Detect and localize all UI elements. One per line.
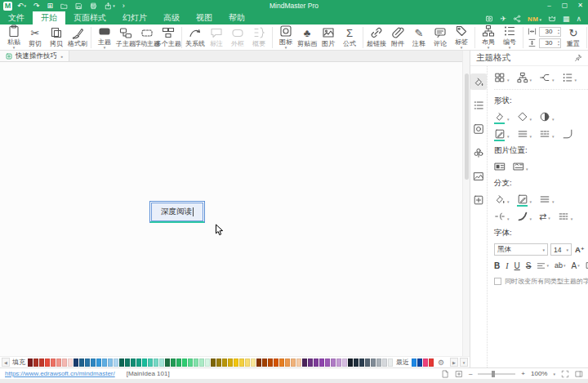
copy-button[interactable]: 拷贝 bbox=[46, 27, 67, 47]
branch-color-dropdown[interactable]: ▾ bbox=[517, 194, 532, 205]
layout-button[interactable]: 布局 ▾ bbox=[478, 25, 499, 49]
canvas-vertical-scrollbar[interactable] bbox=[462, 51, 470, 356]
color-swatch[interactable] bbox=[108, 359, 113, 367]
color-swatch[interactable] bbox=[119, 359, 124, 367]
branch-arrow-dropdown[interactable]: ⇄▾ bbox=[539, 212, 550, 221]
palette-expand-button[interactable]: ▾ bbox=[460, 358, 468, 367]
color-swatch[interactable] bbox=[228, 359, 233, 367]
palette-scroll-right-button[interactable]: ▶ bbox=[450, 358, 458, 367]
color-swatch[interactable] bbox=[308, 359, 313, 367]
color-swatch[interactable] bbox=[354, 359, 359, 367]
color-swatch[interactable] bbox=[176, 359, 181, 367]
zoom-slider-thumb[interactable] bbox=[492, 371, 495, 377]
picture-button[interactable]: 图片 bbox=[318, 27, 339, 47]
color-swatch[interactable] bbox=[262, 359, 267, 367]
color-swatch[interactable] bbox=[114, 359, 118, 367]
open-button[interactable] bbox=[60, 2, 68, 10]
zoom-out-button[interactable]: – bbox=[469, 370, 472, 377]
numbering-button[interactable]: 编号 ▾ bbox=[499, 25, 520, 49]
tab-page-style[interactable]: 页面样式 bbox=[65, 11, 114, 24]
upgrade-button[interactable] bbox=[548, 15, 556, 23]
outline-tab[interactable] bbox=[470, 97, 487, 114]
color-swatch[interactable] bbox=[274, 359, 278, 367]
page-icon[interactable] bbox=[441, 370, 449, 378]
color-swatch[interactable] bbox=[331, 359, 336, 367]
color-swatch[interactable] bbox=[423, 359, 428, 367]
color-swatch[interactable] bbox=[234, 359, 238, 367]
branch-style-dropdown[interactable]: ▾ bbox=[494, 211, 510, 222]
color-swatch[interactable] bbox=[371, 359, 376, 367]
color-swatch[interactable] bbox=[325, 359, 330, 367]
font-color-dropdown[interactable]: A▾ bbox=[572, 261, 580, 270]
save-button[interactable] bbox=[75, 2, 82, 10]
font-family-select[interactable]: 黑体▾ bbox=[494, 243, 548, 256]
color-swatch[interactable] bbox=[245, 359, 250, 367]
color-swatch[interactable] bbox=[102, 359, 107, 367]
color-swatch[interactable] bbox=[302, 359, 307, 367]
color-swatch[interactable] bbox=[359, 359, 364, 367]
zoom-caret-icon[interactable]: ▾ bbox=[553, 372, 555, 376]
corner-round-button[interactable] bbox=[562, 128, 573, 140]
panel-toggle-icon[interactable] bbox=[575, 370, 583, 378]
cut-button[interactable]: ✂ 剪切 bbox=[24, 27, 46, 47]
color-swatch[interactable] bbox=[91, 359, 96, 367]
share-plane-icon[interactable]: ✈ bbox=[500, 15, 506, 23]
customize-quick-access-button[interactable]: › bbox=[122, 2, 125, 10]
apps-grid-icon[interactable]: ▦ bbox=[563, 15, 570, 23]
topic-node[interactable]: 深度阅读 bbox=[151, 203, 203, 221]
boundary-button[interactable]: 外框 bbox=[227, 27, 248, 47]
tab-help[interactable]: 帮助 bbox=[220, 11, 253, 24]
strikethrough-button[interactable]: S bbox=[526, 261, 532, 270]
color-swatch[interactable] bbox=[216, 359, 221, 367]
color-swatch[interactable] bbox=[211, 359, 216, 367]
color-swatch[interactable] bbox=[96, 359, 101, 367]
tab-slides[interactable]: 幻灯片 bbox=[114, 11, 155, 24]
task-tab[interactable] bbox=[470, 192, 487, 208]
align-dropdown[interactable]: ▾ bbox=[537, 261, 549, 270]
share-nodes-icon[interactable] bbox=[513, 15, 521, 23]
print-button[interactable] bbox=[90, 2, 97, 10]
color-swatch[interactable] bbox=[56, 359, 61, 367]
close-button[interactable]: ✕ bbox=[572, 0, 588, 11]
color-swatch[interactable] bbox=[194, 359, 198, 367]
color-swatch[interactable] bbox=[165, 359, 170, 367]
branch-taper-dropdown[interactable]: ▾ bbox=[517, 211, 532, 222]
color-swatch[interactable] bbox=[51, 359, 56, 367]
color-swatch[interactable] bbox=[45, 359, 50, 367]
branch-dash-dropdown[interactable]: ▾ bbox=[558, 211, 573, 222]
tab-close-icon[interactable]: ● bbox=[60, 54, 63, 59]
color-swatch[interactable] bbox=[319, 359, 324, 367]
reset-button[interactable]: ↻ 重置 bbox=[563, 27, 584, 47]
color-swatch[interactable] bbox=[376, 359, 381, 367]
collapse-ribbon-icon[interactable]: ∧ bbox=[576, 15, 581, 23]
color-swatch[interactable] bbox=[268, 359, 273, 367]
color-swatch[interactable] bbox=[188, 359, 193, 367]
color-swatch[interactable] bbox=[412, 359, 416, 367]
color-swatch[interactable] bbox=[131, 359, 136, 367]
underline-button[interactable]: U bbox=[514, 261, 520, 270]
color-swatch[interactable] bbox=[388, 359, 393, 367]
note-button[interactable]: ✎ 注释 bbox=[408, 27, 430, 47]
color-swatch[interactable] bbox=[205, 359, 210, 367]
border-width-dropdown[interactable]: ▾ bbox=[517, 128, 532, 140]
clipart-tab[interactable] bbox=[470, 145, 487, 161]
formula-button[interactable]: Σ 公式 bbox=[339, 27, 360, 47]
fit-screen-icon[interactable] bbox=[561, 370, 569, 378]
format-painter-button[interactable]: 格式刷 bbox=[67, 27, 88, 47]
border-color-dropdown[interactable]: ▾ bbox=[494, 128, 510, 140]
color-swatch[interactable] bbox=[256, 359, 261, 367]
multiple-topics-button[interactable]: 多个主题 bbox=[158, 27, 179, 47]
marker-icon-button[interactable]: 图标 ▾ bbox=[275, 25, 296, 49]
bold-button[interactable]: B bbox=[494, 261, 500, 270]
increase-font-button[interactable]: A⁺ bbox=[574, 245, 586, 254]
picture-tab[interactable] bbox=[470, 168, 487, 185]
zoom-slider[interactable] bbox=[478, 373, 515, 375]
member-badge[interactable]: NM▾ bbox=[528, 15, 541, 23]
border-dash-dropdown[interactable]: ▾ bbox=[539, 128, 555, 140]
tab-view[interactable]: 视图 bbox=[188, 11, 220, 24]
topic-button[interactable]: 主题 ▾ bbox=[94, 25, 115, 49]
shape-fill-color-dropdown[interactable]: ▾ bbox=[494, 111, 510, 122]
color-swatch[interactable] bbox=[285, 359, 290, 367]
image-left-button[interactable] bbox=[494, 161, 506, 172]
font-size-select[interactable]: 14▾ bbox=[550, 243, 572, 256]
